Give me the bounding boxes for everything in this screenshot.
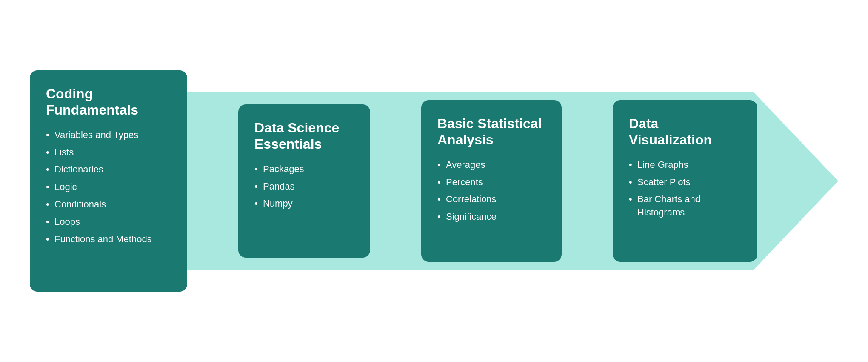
list-item: Scatter Plots xyxy=(629,176,741,189)
list-item: Bar Charts and Histograms xyxy=(629,193,741,219)
list-item: Logic xyxy=(46,181,171,194)
list-item: Variables and Types xyxy=(46,129,171,142)
card-2-list: Packages Pandas Numpy xyxy=(254,163,354,210)
list-item: Averages xyxy=(437,158,545,172)
list-item: Lists xyxy=(46,146,171,159)
card-basic-statistical-analysis: Basic Statistical Analysis Averages Perc… xyxy=(421,100,562,262)
list-item: Pandas xyxy=(254,180,354,193)
card-4-title: Data Visualization xyxy=(629,115,741,148)
card-1-title: Coding Fundamentals xyxy=(46,86,171,118)
card-data-visualization: Data Visualization Line Graphs Scatter P… xyxy=(613,100,757,262)
list-item: Dictionaries xyxy=(46,163,171,176)
list-item: Numpy xyxy=(254,197,354,210)
diagram-container: Coding Fundamentals Variables and Types … xyxy=(13,32,855,330)
card-3-title: Basic Statistical Analysis xyxy=(437,115,545,148)
list-item: Conditionals xyxy=(46,198,171,211)
list-item: Percents xyxy=(437,176,545,189)
list-item: Loops xyxy=(46,215,171,229)
card-4-list: Line Graphs Scatter Plots Bar Charts and… xyxy=(629,158,741,219)
list-item: Functions and Methods xyxy=(46,233,171,246)
card-data-science-essentials: Data Science Essentials Packages Pandas … xyxy=(238,104,370,258)
card-1-list: Variables and Types Lists Dictionaries L… xyxy=(46,129,171,246)
list-item: Correlations xyxy=(437,193,545,206)
list-item: Significance xyxy=(437,210,545,224)
card-3-list: Averages Percents Correlations Significa… xyxy=(437,158,545,224)
card-coding-fundamentals: Coding Fundamentals Variables and Types … xyxy=(30,70,187,292)
list-item: Packages xyxy=(254,163,354,176)
cards-container: Coding Fundamentals Variables and Types … xyxy=(13,70,855,292)
list-item: Line Graphs xyxy=(629,158,741,172)
card-2-title: Data Science Essentials xyxy=(254,120,354,152)
